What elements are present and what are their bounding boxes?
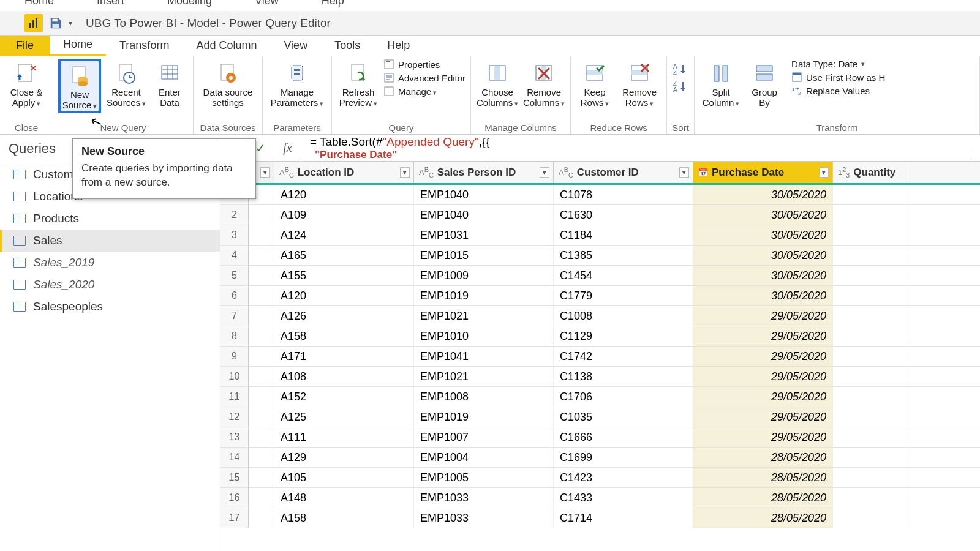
recent-sources-button[interactable]: Recent Sources <box>105 59 148 108</box>
cell-quantity[interactable] <box>833 306 911 326</box>
cell-customer-id[interactable]: C1385 <box>554 246 693 265</box>
data-grid[interactable]: ▾ ABCLocation ID▾ ABCSales Person ID▾ AB… <box>221 162 980 551</box>
split-column-button[interactable]: Split Column <box>699 59 742 108</box>
table-row[interactable]: 6A120EMP1019C177930/05/2020 <box>221 286 980 306</box>
sort-desc-button[interactable]: ZA <box>672 80 689 94</box>
cell-sales-person-id[interactable]: EMP1009 <box>414 266 554 285</box>
enter-data-button[interactable]: Enter Data <box>151 59 188 108</box>
cell-customer-id[interactable]: C1714 <box>554 508 693 528</box>
column-header-location-id[interactable]: ABCLocation ID▾ <box>274 162 414 183</box>
cell-quantity[interactable] <box>833 347 911 366</box>
cell-purchase-date[interactable]: 28/05/2020 <box>693 468 833 487</box>
cell-sales-person-id[interactable]: EMP1021 <box>414 367 554 386</box>
cell-customer-id[interactable]: C1779 <box>554 286 693 305</box>
tab-add-column[interactable]: Add Column <box>183 36 270 56</box>
cell-customer-id[interactable]: C1184 <box>554 225 693 245</box>
column-header-customer-id[interactable]: ABCCustomer ID▾ <box>554 162 693 183</box>
cell-customer-id[interactable]: C1706 <box>554 387 693 407</box>
use-first-row-button[interactable]: Use First Row as H <box>791 72 885 83</box>
cell-purchase-date[interactable]: 29/05/2020 <box>693 387 833 407</box>
advanced-editor-button[interactable]: Advanced Editor <box>383 72 466 83</box>
tab-home[interactable]: Home <box>50 34 106 56</box>
cell-purchase-date[interactable]: 28/05/2020 <box>693 488 833 508</box>
table-row[interactable]: 5A155EMP1009C145430/05/2020 <box>221 266 980 286</box>
cell-quantity[interactable] <box>833 246 911 265</box>
sort-asc-button[interactable]: AZ <box>672 62 689 77</box>
filter-icon[interactable]: ▾ <box>400 167 410 178</box>
cell-sales-person-id[interactable]: EMP1033 <box>414 508 554 528</box>
cell-purchase-date[interactable]: 30/05/2020 <box>693 225 833 245</box>
cell-location-id[interactable]: A148 <box>274 488 414 508</box>
cell-sales-person-id[interactable]: EMP1033 <box>414 488 554 508</box>
parent-menu-home[interactable]: Home <box>24 0 54 7</box>
cell-customer-id[interactable]: C1035 <box>554 407 693 427</box>
cell-purchase-date[interactable]: 30/05/2020 <box>693 205 833 225</box>
cell-sales-person-id[interactable]: EMP1021 <box>414 306 554 326</box>
cell-sales-person-id[interactable]: EMP1004 <box>414 448 554 467</box>
cell-sales-person-id[interactable]: EMP1007 <box>414 427 554 447</box>
table-row[interactable]: 2A109EMP1040C163030/05/2020 <box>221 205 980 225</box>
cell-location-id[interactable]: A108 <box>274 367 414 386</box>
cell-customer-id[interactable]: C1078 <box>554 185 693 204</box>
cell-quantity[interactable] <box>833 448 911 467</box>
cell-location-id[interactable]: A126 <box>274 306 414 326</box>
table-row[interactable]: 14A129EMP1004C169928/05/2020 <box>221 448 980 468</box>
parent-menu-help[interactable]: Help <box>322 0 344 7</box>
cell-location-id[interactable]: A129 <box>274 448 414 467</box>
cell-quantity[interactable] <box>833 286 911 305</box>
table-row[interactable]: 11A152EMP1008C170629/05/2020 <box>221 387 980 407</box>
cell-quantity[interactable] <box>833 326 911 346</box>
parent-menu-insert[interactable]: Insert <box>97 0 124 7</box>
properties-button[interactable]: Properties <box>383 59 466 70</box>
cell-customer-id[interactable]: C1666 <box>554 427 693 447</box>
qat-dropdown-icon[interactable]: ▾ <box>69 19 72 28</box>
cell-quantity[interactable] <box>833 205 911 225</box>
cell-quantity[interactable] <box>833 427 911 447</box>
cell-quantity[interactable] <box>833 367 911 386</box>
cell-purchase-date[interactable]: 29/05/2020 <box>693 367 833 386</box>
table-row[interactable]: 8A158EMP1010C112929/05/2020 <box>221 326 980 347</box>
cell-customer-id[interactable]: C1008 <box>554 306 693 326</box>
table-row[interactable]: 3A124EMP1031C118430/05/2020 <box>221 225 980 246</box>
cell-sales-person-id[interactable]: EMP1031 <box>414 225 554 245</box>
table-row[interactable]: 4A165EMP1015C138530/05/2020 <box>221 246 980 266</box>
cell-purchase-date[interactable]: 30/05/2020 <box>693 246 833 265</box>
query-item-sales_2020[interactable]: Sales_2020 <box>0 274 220 296</box>
cell-customer-id[interactable]: C1433 <box>554 488 693 508</box>
cell-sales-person-id[interactable]: EMP1005 <box>414 468 554 487</box>
cell-location-id[interactable]: A125 <box>274 407 414 427</box>
table-row[interactable]: 7A126EMP1021C100829/05/2020 <box>221 306 980 326</box>
cell-purchase-date[interactable]: 29/05/2020 <box>693 306 833 326</box>
table-row[interactable]: 12A125EMP1019C103529/05/2020 <box>221 407 980 427</box>
cell-location-id[interactable]: A152 <box>274 387 414 407</box>
query-item-sales[interactable]: Sales <box>0 230 220 252</box>
group-by-button[interactable]: Group By <box>746 59 783 108</box>
cell-quantity[interactable] <box>833 508 911 528</box>
cell-purchase-date[interactable]: 30/05/2020 <box>693 286 833 305</box>
cell-sales-person-id[interactable]: EMP1008 <box>414 387 554 407</box>
cell-quantity[interactable] <box>833 407 911 427</box>
table-row[interactable]: 1A120EMP1040C107830/05/2020 <box>221 185 980 205</box>
cell-sales-person-id[interactable]: EMP1019 <box>414 407 554 427</box>
table-row[interactable]: 13A111EMP1007C166629/05/2020 <box>221 427 980 448</box>
cell-quantity[interactable] <box>833 266 911 285</box>
column-header-sales-person-id[interactable]: ABCSales Person ID▾ <box>414 162 554 183</box>
cell-purchase-date[interactable]: 28/05/2020 <box>693 508 833 528</box>
tab-file[interactable]: File <box>0 36 50 56</box>
manage-parameters-button[interactable]: Manage Parameters <box>268 59 326 108</box>
filter-icon[interactable]: ▾ <box>679 167 689 178</box>
cell-location-id[interactable]: A165 <box>274 246 414 265</box>
cell-customer-id[interactable]: C1699 <box>554 448 693 467</box>
cell-location-id[interactable]: A111 <box>274 427 414 447</box>
cell-purchase-date[interactable]: 29/05/2020 <box>693 407 833 427</box>
filter-icon[interactable]: ▾ <box>819 167 829 178</box>
cell-customer-id[interactable]: C1454 <box>554 266 693 285</box>
cell-location-id[interactable]: A124 <box>274 225 414 245</box>
formula-input[interactable]: = Table.Sort(#"Appended Query",{{"Purcha… <box>301 135 980 161</box>
cell-sales-person-id[interactable]: EMP1019 <box>414 286 554 305</box>
table-row[interactable]: 17A158EMP1033C171428/05/2020 <box>221 508 980 528</box>
cell-customer-id[interactable]: C1129 <box>554 326 693 346</box>
cell-quantity[interactable] <box>833 185 911 204</box>
tab-view[interactable]: View <box>270 36 321 56</box>
cell-sales-person-id[interactable]: EMP1041 <box>414 347 554 366</box>
